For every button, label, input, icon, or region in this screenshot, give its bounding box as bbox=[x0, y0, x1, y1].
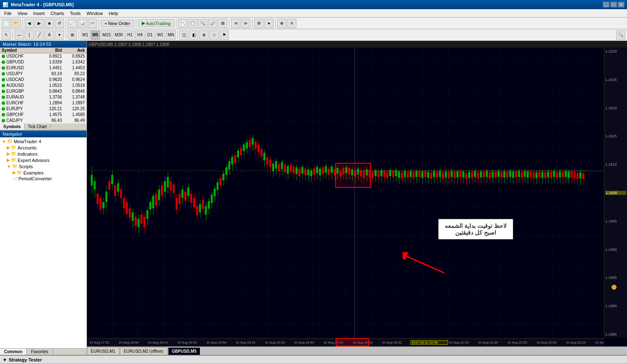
period-h1[interactable]: H1 bbox=[125, 30, 135, 40]
mw-tab-tick[interactable]: Tick Chart bbox=[25, 124, 51, 130]
expert-btn[interactable]: ⚙ bbox=[254, 19, 263, 28]
menu-file[interactable]: File bbox=[2, 10, 14, 17]
folder-icon: ▶ bbox=[7, 157, 10, 163]
period-mn[interactable]: MN bbox=[166, 30, 176, 40]
search-btn[interactable]: 🔍 bbox=[616, 30, 625, 40]
market-watch-row-euraud[interactable]: EURAUD 1.3736 1.3748 bbox=[0, 94, 87, 100]
nav-item-examples[interactable]: ▶ 📁 Examples bbox=[1, 169, 86, 176]
misc-draw3[interactable]: ⊕ bbox=[199, 30, 209, 40]
market-watch-row-usdchf[interactable]: USDCHF 0.8921 0.8925 bbox=[0, 53, 87, 59]
svg-rect-48 bbox=[114, 185, 116, 196]
market-watch-row-eurusd[interactable]: EURUSD 1.4451 1.4453 bbox=[0, 65, 87, 71]
nav-tab-common[interactable]: Common bbox=[0, 349, 27, 355]
svg-rect-274 bbox=[445, 172, 447, 177]
template-btn[interactable]: 📋 bbox=[188, 19, 197, 28]
misc-draw2[interactable]: ◧ bbox=[189, 30, 199, 40]
market-watch-row-gbpusd[interactable]: GBPUSD 1.6339 1.6342 bbox=[0, 59, 87, 65]
svg-rect-78 bbox=[158, 190, 160, 200]
reload-btn[interactable]: ↺ bbox=[55, 19, 64, 28]
chart-canvas[interactable]: 1.1530 1.1525 1.1520 1.1915 1.1910 1.150… bbox=[87, 48, 627, 346]
nav-item-accounts[interactable]: ▶ 📁 Accounts bbox=[1, 144, 86, 151]
new-btn[interactable]: 📄 bbox=[2, 19, 11, 28]
menu-help[interactable]: Help bbox=[106, 10, 121, 17]
misc-draw5[interactable]: ⚑ bbox=[219, 30, 229, 40]
nav-item-expert-advisors[interactable]: ▶ 📁 Expert Advisors bbox=[1, 157, 86, 163]
text-btn[interactable]: A bbox=[45, 30, 54, 40]
marker-btn[interactable]: ✦ bbox=[55, 30, 64, 40]
back-btn[interactable]: ◀ bbox=[25, 19, 34, 28]
zoom-chart[interactable]: ⊞ bbox=[68, 30, 77, 40]
market-watch-row-eurchf[interactable]: EURCHF 1.2894 1.2897 bbox=[0, 100, 87, 106]
market-watch-row-eurjpy[interactable]: EURJPY 120.21 120.25 bbox=[0, 106, 87, 112]
svg-rect-94 bbox=[181, 190, 184, 198]
mw-bid: 1.6339 bbox=[39, 60, 62, 64]
vline-btn[interactable]: | bbox=[25, 30, 34, 40]
new-order-button[interactable]: + New Order bbox=[101, 20, 134, 27]
chart-mode2[interactable]: 📊 bbox=[78, 19, 87, 28]
misc-draw4[interactable]: ☆ bbox=[209, 30, 219, 40]
period-m15[interactable]: M15 bbox=[101, 30, 112, 40]
nav-tab-favorites[interactable]: Favorites bbox=[27, 349, 53, 355]
chart-mode3[interactable]: 〰 bbox=[88, 19, 97, 28]
mw-tab-symbols[interactable]: Symbols bbox=[0, 124, 25, 130]
misc-btn2[interactable]: ≡ bbox=[287, 19, 296, 28]
menu-window[interactable]: Window bbox=[84, 10, 105, 17]
market-watch-row-usdjpy[interactable]: USDJPY 83.19 83.22 bbox=[0, 71, 87, 77]
nav-item-periodconverter[interactable]: 📄 PeriodConverter bbox=[1, 176, 86, 182]
mw-bid: 1.4575 bbox=[39, 112, 62, 117]
props-btn[interactable]: ⊞ bbox=[218, 19, 227, 28]
stop-btn[interactable]: ■ bbox=[45, 19, 54, 28]
nav-item-scripts[interactable]: ▼ 📁 Scripts bbox=[1, 163, 86, 169]
svg-rect-308 bbox=[494, 172, 497, 178]
chart-tab-eurusd-m2[interactable]: EURUSD,M2 (offline) bbox=[120, 347, 167, 355]
svg-rect-70 bbox=[146, 210, 148, 219]
menu-view[interactable]: View bbox=[15, 10, 30, 17]
indicator-btn[interactable]: 📉 bbox=[178, 19, 187, 28]
chart-scroll-right[interactable]: ⊳ bbox=[241, 19, 250, 28]
nav-item-metatrader-4[interactable]: ▼ 📁 MetaTrader 4 bbox=[1, 138, 86, 144]
cursor-btn[interactable]: ↖ bbox=[2, 30, 11, 40]
forward-btn[interactable]: ▶ bbox=[35, 19, 44, 28]
autotrading-button[interactable]: ▶ AutoTrading bbox=[138, 19, 175, 27]
market-watch-row-gbpchf[interactable]: GBPCHF 1.4575 1.4585 bbox=[0, 112, 87, 118]
svg-rect-174 bbox=[298, 169, 301, 176]
period-m1[interactable]: M1 bbox=[81, 30, 90, 40]
mw-bid: 83.19 bbox=[39, 71, 62, 76]
hline-btn[interactable]: — bbox=[15, 30, 24, 40]
panel-toggle[interactable]: ▼ bbox=[3, 357, 7, 362]
period-h4[interactable]: H4 bbox=[135, 30, 145, 40]
minimize-btn[interactable]: _ bbox=[603, 2, 609, 8]
nav-item-indicators[interactable]: ▶ 📁 Indicators bbox=[1, 151, 86, 157]
chart-scroll-left[interactable]: ⊲ bbox=[231, 19, 240, 28]
chart-tab-gbpusd-m5[interactable]: GBPUSD,M5 bbox=[168, 347, 200, 355]
misc-btn[interactable]: ⊕ bbox=[277, 19, 286, 28]
close-btn[interactable]: ✕ bbox=[618, 2, 624, 8]
market-watch-close[interactable]: ✕ bbox=[81, 42, 84, 47]
market-watch-row-usdcad[interactable]: USDCAD 0.9620 0.9624 bbox=[0, 77, 87, 83]
ea-toggle[interactable]: ● bbox=[264, 19, 273, 28]
misc-draw1[interactable]: ◫ bbox=[179, 30, 189, 40]
mw-dot bbox=[2, 66, 5, 70]
navigator-close[interactable]: ✕ bbox=[81, 132, 84, 136]
market-watch-row-audusd[interactable]: AUDUSD 1.0515 1.0518 bbox=[0, 83, 87, 88]
chart-tab-eurusd-m1[interactable]: EURUSD,M1 bbox=[87, 347, 119, 355]
period-m5[interactable]: M5 bbox=[91, 30, 100, 40]
market-watch-row-eurgbp[interactable]: EURGBP 0.8843 0.8846 bbox=[0, 88, 87, 94]
maximize-btn[interactable]: □ bbox=[610, 2, 617, 8]
svg-rect-362 bbox=[573, 172, 576, 178]
time-label-17: 31 Aug 22:40 bbox=[594, 341, 604, 344]
trend-btn[interactable]: ╱ bbox=[35, 30, 44, 40]
market-watch-row-cadjpy[interactable]: CADJPY 86.43 86.49 bbox=[0, 118, 87, 124]
period-w1[interactable]: W1 bbox=[155, 30, 165, 40]
menu-charts[interactable]: Charts bbox=[48, 10, 66, 17]
chart-mode1[interactable]: 📈 bbox=[68, 19, 77, 28]
period-m30[interactable]: M30 bbox=[113, 30, 124, 40]
mw-dot bbox=[2, 55, 5, 58]
zoom-in-btn[interactable]: 🔍 bbox=[198, 19, 207, 28]
zoom-out-btn[interactable]: 🔎 bbox=[208, 19, 217, 28]
menu-tools[interactable]: Tools bbox=[67, 10, 83, 17]
period-d1[interactable]: D1 bbox=[145, 30, 155, 40]
open-btn[interactable]: 📂 bbox=[12, 19, 21, 28]
svg-rect-300 bbox=[483, 172, 485, 178]
menu-insert[interactable]: Insert bbox=[31, 10, 47, 17]
